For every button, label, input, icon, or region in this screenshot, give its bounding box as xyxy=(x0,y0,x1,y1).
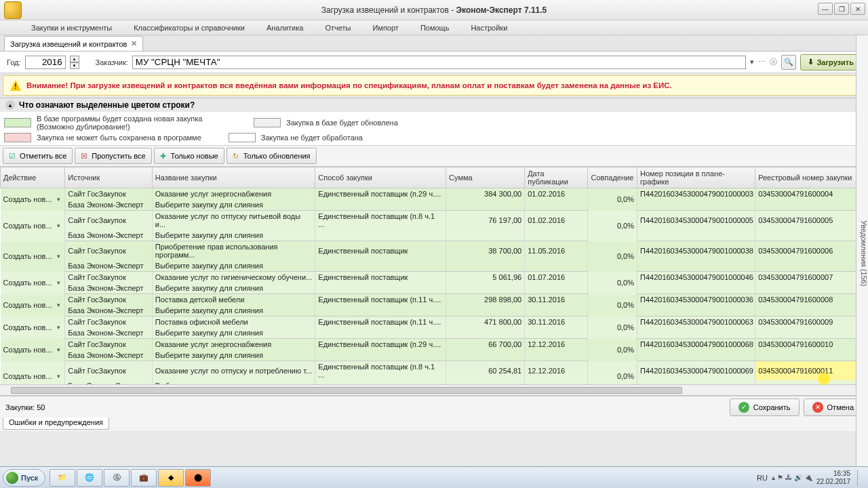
table-row-sub[interactable]: База Эконом-ЭкспертВыберите закупку для … xyxy=(1,199,868,211)
menu-analytics[interactable]: Аналитика xyxy=(262,22,307,33)
save-button[interactable]: ✓Сохранить xyxy=(730,399,800,416)
close-button[interactable]: ✕ xyxy=(850,3,865,15)
legend-header: ▲ Что означают выделенные цветом строки? xyxy=(0,98,868,112)
tray-volume-icon[interactable]: 🔊 xyxy=(794,474,802,481)
table-row[interactable]: Создать нов...▾Сайт ГосЗакупокОказание у… xyxy=(1,272,868,283)
skip-icon: ☒ xyxy=(81,152,89,160)
swatch-gray xyxy=(254,118,281,127)
taskbar: Пуск 📁 🌐 Ⓢ 💼 ◆ ⬤ RU ▴ ⚑ 🖧 🔊 🔌 16:35 22.0… xyxy=(0,466,868,488)
titlebar: Загрузка извещений и контрактов - Эконом… xyxy=(0,0,868,20)
table-row-sub[interactable]: База Эконом-ЭкспертВыберите закупку для … xyxy=(1,283,868,294)
start-button[interactable]: Пуск xyxy=(3,469,45,487)
col-date[interactable]: Дата публикации xyxy=(525,167,588,188)
show-desktop[interactable] xyxy=(857,470,865,486)
notifications-panel[interactable]: Уведомления (156) xyxy=(856,35,868,466)
legend-title: Что означают выделенные цветом строки? xyxy=(19,100,195,110)
table-row-sub[interactable]: База Эконом-ЭкспертВыберите закупку для … xyxy=(1,230,868,241)
minimize-button[interactable]: — xyxy=(818,3,833,15)
tab-load-notices[interactable]: Загрузка извещений и контрактов ✕ xyxy=(4,36,143,51)
col-method[interactable]: Способ закупки xyxy=(315,167,446,188)
col-match[interactable]: Совпадение xyxy=(588,167,637,188)
action-dropdown-icon[interactable]: ▾ xyxy=(57,373,60,380)
task-recorder[interactable]: ⬤ xyxy=(185,469,211,487)
action-dropdown-icon[interactable]: ▾ xyxy=(57,196,60,203)
action-dropdown-icon[interactable]: ▾ xyxy=(57,302,60,308)
task-explorer[interactable]: 📁 xyxy=(50,469,75,487)
tab-close-icon[interactable]: ✕ xyxy=(131,39,137,48)
task-econom[interactable]: ◆ xyxy=(158,469,184,487)
warning-text: Внимание! При загрузке извещений и контр… xyxy=(26,81,672,89)
customer-dropdown-icon[interactable]: ▾ xyxy=(750,58,754,66)
swatch-white xyxy=(229,133,256,142)
task-app1[interactable]: 💼 xyxy=(131,469,157,487)
tray-network-icon[interactable]: 🖧 xyxy=(785,474,792,481)
lang-indicator[interactable]: RU xyxy=(757,474,768,482)
task-chrome[interactable]: 🌐 xyxy=(77,469,102,487)
table-row-sub[interactable]: База Эконом-ЭкспертВыберите закупку для … xyxy=(1,327,868,339)
warning-bar: Внимание! При загрузке извещений и контр… xyxy=(3,75,865,96)
ok-icon: ✓ xyxy=(738,402,749,413)
load-button[interactable]: ⬇ Загрузить xyxy=(800,54,861,70)
menu-settings[interactable]: Настройки xyxy=(467,22,511,33)
start-orb-icon xyxy=(6,472,18,484)
table-row[interactable]: Создать нов...▾Сайт ГосЗакупокПоставка о… xyxy=(1,317,868,328)
action-dropdown-icon[interactable]: ▾ xyxy=(57,279,60,286)
table-row[interactable]: Создать нов...▾Сайт ГосЗакупокОказание у… xyxy=(1,188,868,200)
row-count: Закупки: 50 xyxy=(5,403,45,411)
year-label: Год: xyxy=(7,58,21,66)
col-sum[interactable]: Сумма xyxy=(446,167,525,188)
new-icon: ✚ xyxy=(160,152,168,160)
swatch-green xyxy=(4,118,31,127)
legend-body: В базе программы будет создана новая зак… xyxy=(0,112,868,146)
col-name[interactable]: Название закупки xyxy=(152,167,315,188)
only-new-button[interactable]: ✚Только новые xyxy=(154,148,224,164)
table-row-sub[interactable]: База Эконом-ЭкспертВыберите закупку для … xyxy=(1,350,868,361)
menu-help[interactable]: Помощь xyxy=(416,22,454,33)
horizontal-scrollbar[interactable] xyxy=(0,384,857,395)
skip-all-button[interactable]: ☒Пропустить все xyxy=(75,148,151,164)
warning-icon xyxy=(10,80,21,91)
bottom-tabstrip: Ошибки и предупреждения xyxy=(0,418,868,431)
action-dropdown-icon[interactable]: ▾ xyxy=(57,324,60,331)
action-dropdown-icon[interactable]: ▾ xyxy=(57,346,60,353)
cancel-button[interactable]: ✕Отмена xyxy=(804,399,863,416)
table-row[interactable]: Создать нов...▾Сайт ГосЗакупокОказание у… xyxy=(1,339,868,350)
menu-reports[interactable]: Отчеты xyxy=(321,22,355,33)
customer-input[interactable] xyxy=(132,56,747,69)
clock[interactable]: 16:35 22.02.2017 xyxy=(816,470,850,486)
table-row-sub[interactable]: База Эконом-ЭкспертВыберите закупку для … xyxy=(1,260,868,272)
col-reg[interactable]: Реестровый номер закупки xyxy=(755,167,868,188)
year-spinner[interactable]: ▲▼ xyxy=(70,56,79,69)
collapse-icon[interactable]: ▲ xyxy=(5,100,15,110)
table-row[interactable]: Создать нов...▾Сайт ГосЗакупокПоставка д… xyxy=(1,294,868,306)
maximize-button[interactable]: ❐ xyxy=(834,3,849,15)
col-source[interactable]: Источник xyxy=(65,167,153,188)
action-dropdown-icon[interactable]: ▾ xyxy=(57,253,60,260)
menubar: Закупки и инструменты Классификаторы и с… xyxy=(0,20,868,35)
errors-tab[interactable]: Ошибки и предупреждения xyxy=(3,418,109,430)
search-button[interactable]: 🔍 xyxy=(781,55,796,70)
system-tray: RU ▴ ⚑ 🖧 🔊 🔌 16:35 22.02.2017 xyxy=(757,470,865,486)
tray-expand-icon[interactable]: ▴ xyxy=(772,474,775,481)
customer-clear-icon[interactable]: ⓧ xyxy=(770,57,777,67)
data-grid: Действие Источник Название закупки Спосо… xyxy=(0,167,868,396)
year-input[interactable] xyxy=(25,56,66,69)
menu-classifiers[interactable]: Классификаторы и справочники xyxy=(130,22,249,33)
table-row[interactable]: Создать нов...▾Сайт ГосЗакупокОказание у… xyxy=(1,361,868,381)
table-row-sub[interactable]: База Эконом-ЭкспертВыберите закупку для … xyxy=(1,305,868,317)
tray-power-icon[interactable]: 🔌 xyxy=(804,474,812,481)
table-row[interactable]: Создать нов...▾Сайт ГосЗакупокПриобретен… xyxy=(1,241,868,261)
menu-import[interactable]: Импорт xyxy=(368,22,402,33)
search-icon: 🔍 xyxy=(784,58,793,66)
table-row[interactable]: Создать нов...▾Сайт ГосЗакупокОказание у… xyxy=(1,211,868,230)
mark-all-button[interactable]: ☑Отметить все xyxy=(3,148,73,164)
filter-bar: Год: ▲▼ Заказчик: ▾ ⋯ ⓧ 🔍 ⬇ Загрузить xyxy=(0,52,868,73)
menu-purchases[interactable]: Закупки и инструменты xyxy=(27,22,116,33)
col-action[interactable]: Действие xyxy=(1,167,65,188)
only-updates-button[interactable]: ↻Только обновления xyxy=(226,148,317,164)
tray-flag-icon[interactable]: ⚑ xyxy=(777,474,783,481)
customer-more-icon[interactable]: ⋯ xyxy=(758,58,766,66)
action-dropdown-icon[interactable]: ▾ xyxy=(57,222,60,229)
task-skype[interactable]: Ⓢ xyxy=(104,469,130,487)
col-plan[interactable]: Номер позиции в плане-графике xyxy=(637,167,755,188)
